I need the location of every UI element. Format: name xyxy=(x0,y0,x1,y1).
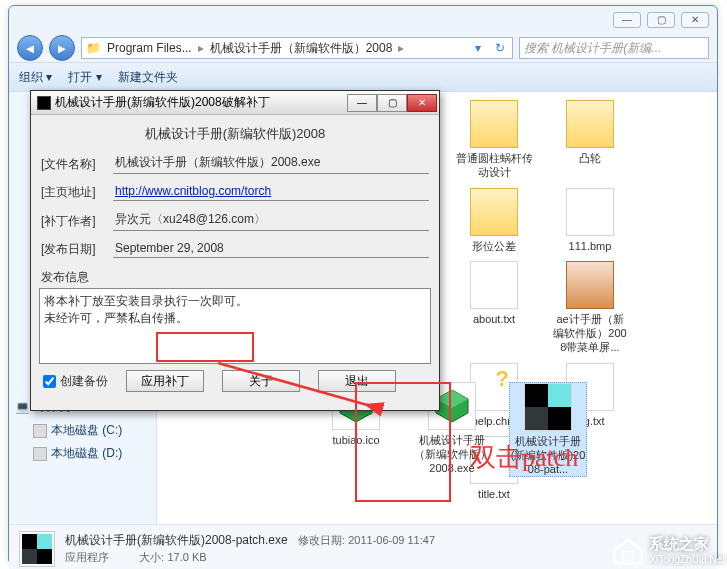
checkbox-input[interactable] xyxy=(43,375,56,388)
dialog-close[interactable]: ✕ xyxy=(407,94,437,112)
watermark: 系统之家 XiTongZhiJia.Net xyxy=(611,533,725,567)
value-release-date: September 29, 2008 xyxy=(113,241,429,258)
sidebar-item-drive-c[interactable]: 本地磁盘 (C:) xyxy=(15,419,150,442)
svg-rect-6 xyxy=(525,407,548,430)
label-file-name: [文件名称] xyxy=(41,156,113,173)
status-thumbnail xyxy=(19,531,55,567)
rar-icon xyxy=(566,261,614,309)
file-name: 111.bmp xyxy=(551,240,629,254)
search-placeholder: 搜索 机械设计手册(新编... xyxy=(524,40,661,57)
window-maximize[interactable]: ▢ xyxy=(647,12,675,28)
file-name: title.txt xyxy=(455,488,533,502)
folder-icon xyxy=(470,100,518,148)
search-input[interactable]: 搜索 机械设计手册(新编... xyxy=(519,37,709,59)
status-size: 17.0 KB xyxy=(167,551,206,563)
folder-item[interactable]: 凸轮 xyxy=(551,100,629,180)
label-release-date: [发布日期] xyxy=(41,241,113,258)
toolbar-organize[interactable]: 组织 xyxy=(19,69,52,86)
file-name: 凸轮 xyxy=(551,152,629,166)
txt-icon xyxy=(470,261,518,309)
file-name: tubiao.ico xyxy=(317,434,395,448)
bmp-icon xyxy=(566,188,614,236)
toolbar-new-folder[interactable]: 新建文件夹 xyxy=(118,69,178,86)
chevron-right-icon: ▸ xyxy=(198,41,204,55)
value-author: 异次元〈xu248@126.com〉 xyxy=(113,211,429,231)
address-row: ◄ ► 📁 Program Files... ▸ 机械设计手册（新编软件版）20… xyxy=(9,34,717,62)
nav-back[interactable]: ◄ xyxy=(17,35,43,61)
status-file-type: 应用程序 xyxy=(65,551,109,563)
breadcrumb-dropdown[interactable]: ▾ xyxy=(470,41,486,55)
breadcrumb-seg-2[interactable]: 机械设计手册（新编软件版）2008 xyxy=(210,40,393,57)
toolbar: 组织 打开 新建文件夹 xyxy=(9,62,717,92)
file-name: about.txt xyxy=(455,313,533,327)
status-file-name: 机械设计手册(新编软件版)2008-patch.exe xyxy=(65,533,288,547)
exit-button[interactable]: 退出 xyxy=(318,370,396,392)
breadcrumb-seg-1[interactable]: Program Files... xyxy=(107,41,192,55)
folder-icon xyxy=(566,100,614,148)
sidebar-item-drive-d[interactable]: 本地磁盘 (D:) xyxy=(15,442,150,465)
value-file-name: 机械设计手册（新编软件版）2008.exe xyxy=(113,154,429,174)
value-homepage-link[interactable]: http://www.cnitblog.com/torch xyxy=(113,184,429,201)
label-homepage: [主页地址] xyxy=(41,184,113,201)
window-titlebar: — ▢ ✕ xyxy=(9,6,717,34)
status-size-label: 大小: xyxy=(139,551,164,563)
dialog-heading: 机械设计手册(新编软件版)2008 xyxy=(39,123,431,149)
dialog-maximize[interactable]: ▢ xyxy=(377,94,407,112)
file-name: ae计手册（新编软件版）2008带菜单屏... xyxy=(551,313,629,354)
label-author: [补丁作者] xyxy=(41,213,113,230)
file-item[interactable]: ae计手册（新编软件版）2008带菜单屏... xyxy=(551,261,629,354)
checkbox-create-backup[interactable]: 创建备份 xyxy=(43,373,108,390)
folder-item[interactable]: 形位公差 xyxy=(455,188,533,254)
patch-dialog: 机械设计手册(新编软件版)2008破解补丁 — ▢ ✕ 机械设计手册(新编软件版… xyxy=(30,90,440,411)
folder-icon xyxy=(470,188,518,236)
status-date-label: 修改日期: xyxy=(298,534,345,546)
toolbar-open[interactable]: 打开 xyxy=(68,69,101,86)
folder-item[interactable]: 普通圆柱蜗杆传动设计 xyxy=(455,100,533,180)
watermark-logo-icon xyxy=(611,533,645,567)
computer-icon: 💻 xyxy=(15,400,30,414)
dialog-minimize[interactable]: — xyxy=(347,94,377,112)
about-button[interactable]: 关于 xyxy=(222,370,300,392)
nav-forward[interactable]: ► xyxy=(49,35,75,61)
dialog-title: 机械设计手册(新编软件版)2008破解补丁 xyxy=(55,94,270,111)
dialog-app-icon xyxy=(37,96,51,110)
disk-icon xyxy=(33,424,47,438)
watermark-url: XiTongZhiJia.Net xyxy=(649,554,725,565)
folder-icon: 📁 xyxy=(86,41,101,55)
sidebar-item-label: 本地磁盘 (C:) xyxy=(51,422,122,439)
file-item[interactable]: about.txt xyxy=(455,261,533,354)
apply-patch-button[interactable]: 应用补丁 xyxy=(126,370,204,392)
svg-rect-5 xyxy=(548,384,571,407)
label-publish-info: 发布信息 xyxy=(39,263,431,286)
file-name: 普通圆柱蜗杆传动设计 xyxy=(455,152,533,180)
refresh-icon[interactable]: ↻ xyxy=(492,41,508,55)
checkbox-label: 创建备份 xyxy=(60,373,108,390)
annotation-text: 双击patch xyxy=(470,440,578,475)
window-close[interactable]: ✕ xyxy=(681,12,709,28)
svg-rect-8 xyxy=(37,534,52,549)
description-box: 将本补丁放至安装目录执行一次即可。 未经许可，严禁私自传播。 xyxy=(39,288,431,364)
status-date: 2011-06-09 11:47 xyxy=(348,534,435,546)
dialog-titlebar: 机械设计手册(新编软件版)2008破解补丁 — ▢ ✕ xyxy=(31,91,439,115)
patch-icon xyxy=(524,383,572,431)
sidebar-item-label: 本地磁盘 (D:) xyxy=(51,445,122,462)
breadcrumb[interactable]: 📁 Program Files... ▸ 机械设计手册（新编软件版）2008 ▸… xyxy=(81,37,513,59)
watermark-brand: 系统之家 xyxy=(649,535,725,554)
chevron-right-icon: ▸ xyxy=(398,41,404,55)
disk-icon xyxy=(33,447,47,461)
file-name: 形位公差 xyxy=(455,240,533,254)
window-minimize[interactable]: — xyxy=(613,12,641,28)
svg-rect-11 xyxy=(623,552,633,564)
svg-rect-9 xyxy=(22,549,37,564)
file-item[interactable]: 111.bmp xyxy=(551,188,629,254)
